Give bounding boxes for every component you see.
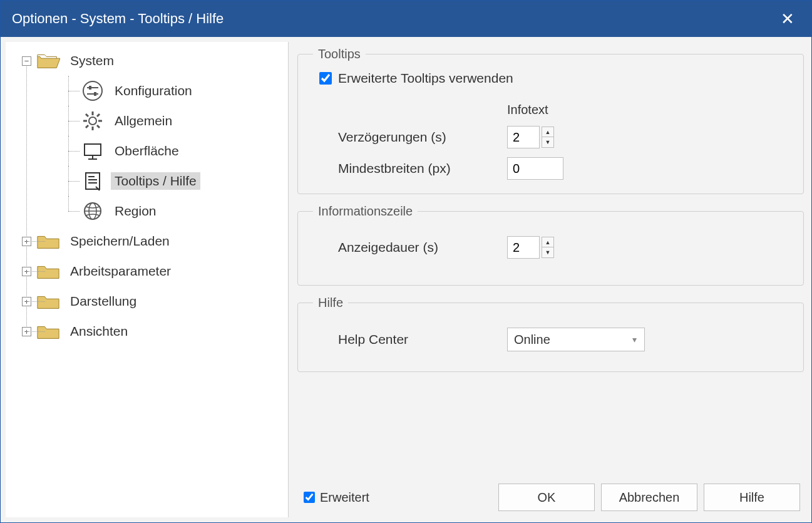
tree-label: Darstellung bbox=[66, 293, 140, 310]
tree-item-system[interactable]: − System bbox=[6, 46, 288, 76]
svg-point-0 bbox=[83, 81, 102, 100]
minwidth-label: Mindestbreiten (px) bbox=[338, 161, 507, 176]
svg-line-10 bbox=[86, 114, 88, 117]
expand-icon[interactable]: + bbox=[22, 327, 31, 336]
tree-label: Ansichten bbox=[66, 323, 131, 340]
folder-icon bbox=[36, 291, 60, 311]
svg-rect-3 bbox=[89, 86, 91, 90]
advanced-checkbox[interactable] bbox=[304, 492, 315, 503]
infoline-legend: Informationszeile bbox=[313, 204, 418, 219]
gear-icon bbox=[81, 111, 105, 131]
tooltips-group: Tooltips Erweiterte Tooltips verwenden I… bbox=[297, 47, 804, 194]
tree-label: Region bbox=[111, 202, 160, 220]
tree-item-tooltips-hilfe[interactable]: Tooltips / Hilfe bbox=[6, 166, 288, 196]
spinner-down-icon[interactable]: ▼ bbox=[542, 247, 554, 258]
expand-icon[interactable]: + bbox=[22, 267, 31, 276]
svg-line-13 bbox=[86, 125, 88, 128]
folder-icon bbox=[36, 261, 60, 281]
titlebar: Optionen - System - Tooltips / Hilfe ✕ bbox=[1, 1, 811, 37]
dialog-footer: Erweitert OK Abbrechen Hilfe bbox=[297, 480, 804, 515]
document-icon bbox=[81, 171, 105, 191]
tree-item-speichern-laden[interactable]: + Speichern/Laden bbox=[6, 226, 288, 256]
extended-tooltips-checkbox[interactable] bbox=[319, 72, 332, 85]
helpcenter-label: Help Center bbox=[338, 332, 507, 347]
tree-label: Tooltips / Hilfe bbox=[111, 172, 200, 190]
tree-item-konfiguration[interactable]: Konfiguration bbox=[6, 76, 288, 106]
help-group: Hilfe Help Center Online bbox=[297, 296, 804, 372]
tree-item-allgemein[interactable]: Allgemein bbox=[6, 106, 288, 136]
window-title: Optionen - System - Tooltips / Hilfe bbox=[12, 11, 775, 27]
svg-line-12 bbox=[97, 114, 100, 117]
helpcenter-value: Online bbox=[514, 333, 550, 347]
infoline-group: Informationszeile Anzeigedauer (s) ▲ ▼ bbox=[297, 204, 804, 286]
tree-label: Speichern/Laden bbox=[66, 232, 173, 250]
svg-point-5 bbox=[89, 117, 96, 125]
spinner-up-icon[interactable]: ▲ bbox=[542, 127, 554, 137]
infotext-header: Infotext bbox=[507, 103, 788, 117]
folder-icon bbox=[36, 231, 60, 251]
tree-label: Oberfläche bbox=[111, 142, 183, 160]
helpcenter-select[interactable]: Online bbox=[507, 328, 645, 351]
folder-icon bbox=[36, 321, 60, 341]
tree-label: System bbox=[66, 52, 118, 70]
tree-item-ansichten[interactable]: + Ansichten bbox=[6, 316, 288, 346]
svg-line-11 bbox=[97, 125, 100, 128]
spinner-down-icon[interactable]: ▼ bbox=[542, 137, 554, 148]
collapse-icon[interactable]: − bbox=[22, 56, 31, 66]
folder-open-icon bbox=[36, 51, 60, 71]
cancel-button[interactable]: Abbrechen bbox=[601, 484, 697, 511]
advanced-label: Erweitert bbox=[320, 490, 369, 505]
delay-label: Verzögerungen (s) bbox=[338, 130, 507, 145]
options-dialog: Optionen - System - Tooltips / Hilfe ✕ −… bbox=[0, 0, 812, 523]
help-legend: Hilfe bbox=[313, 296, 348, 310]
tree-item-darstellung[interactable]: + Darstellung bbox=[6, 286, 288, 316]
spinner-up-icon[interactable]: ▲ bbox=[542, 237, 554, 247]
svg-rect-17 bbox=[86, 173, 100, 189]
svg-rect-14 bbox=[85, 144, 101, 155]
monitor-icon bbox=[81, 141, 105, 161]
help-button[interactable]: Hilfe bbox=[704, 484, 800, 511]
close-icon[interactable]: ✕ bbox=[775, 6, 800, 31]
display-duration-label: Anzeigedauer (s) bbox=[338, 240, 507, 255]
expand-icon[interactable]: + bbox=[22, 237, 31, 246]
tree-label: Konfiguration bbox=[111, 82, 196, 100]
tree-item-arbeitsparameter[interactable]: + Arbeitsparameter bbox=[6, 256, 288, 286]
category-tree: − System Konfiguration Allg bbox=[6, 42, 289, 517]
sliders-icon bbox=[81, 81, 105, 101]
delay-input[interactable] bbox=[507, 126, 540, 148]
ok-button[interactable]: OK bbox=[498, 484, 595, 511]
extended-tooltips-label: Erweiterte Tooltips verwenden bbox=[338, 71, 513, 86]
tree-item-oberflaeche[interactable]: Oberfläche bbox=[6, 136, 288, 166]
tree-item-region[interactable]: Region bbox=[6, 196, 288, 226]
globe-icon bbox=[81, 201, 105, 221]
tree-label: Allgemein bbox=[111, 112, 176, 130]
tree-label: Arbeitsparameter bbox=[66, 262, 175, 280]
expand-icon[interactable]: + bbox=[22, 297, 31, 306]
display-duration-input[interactable] bbox=[507, 236, 540, 259]
svg-rect-4 bbox=[94, 92, 96, 96]
minwidth-input[interactable] bbox=[507, 157, 563, 180]
tooltips-legend: Tooltips bbox=[313, 47, 366, 61]
